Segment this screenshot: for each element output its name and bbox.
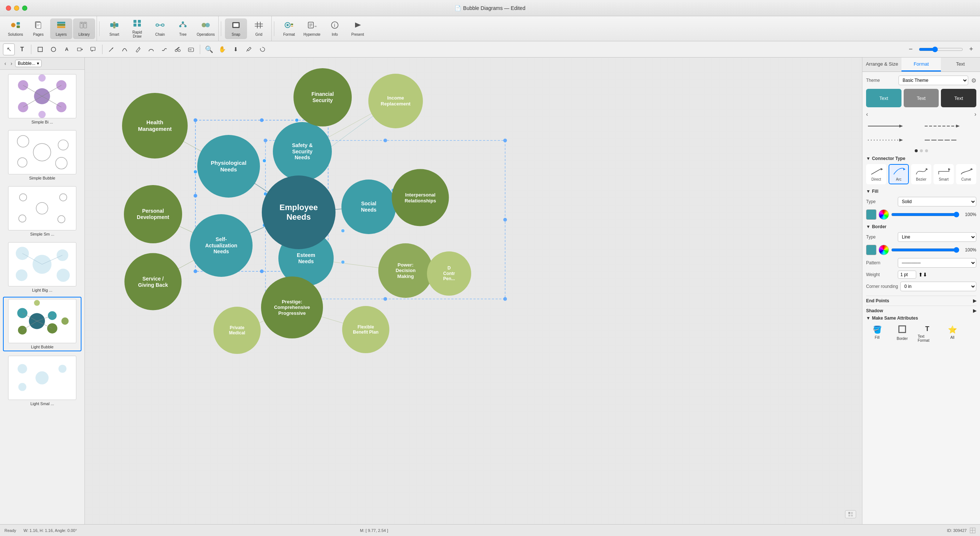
bubble-private-medical[interactable]: Private Medical xyxy=(213,307,261,354)
freehand-tool[interactable] xyxy=(159,43,170,55)
border-type-select[interactable]: Line xyxy=(898,232,976,242)
bubble-flexible[interactable]: Flexible Benefit Plan xyxy=(342,306,389,353)
rapid-draw-button[interactable]: Rapid Draw xyxy=(126,18,148,39)
bubble-financial[interactable]: Financial Security xyxy=(293,68,352,126)
bubble-dc-contrib[interactable]: D Contr Pen... xyxy=(427,251,471,296)
canvas-area[interactable]: Employee Needs Physiological Needs Safet… xyxy=(85,57,862,524)
select-tool[interactable]: ↖ xyxy=(3,43,15,55)
conn-line-dash[interactable] xyxy=(923,121,977,132)
theme-select[interactable]: Basic Theme xyxy=(899,76,968,85)
border-weight-stepper[interactable]: ⬆⬇ xyxy=(918,272,927,278)
pages-button[interactable]: Pages xyxy=(27,18,49,39)
hypernote-button[interactable]: ∞ Hypernote xyxy=(301,18,323,39)
tree-button[interactable]: Tree xyxy=(172,18,194,39)
bezier-tool[interactable] xyxy=(145,43,157,55)
close-button[interactable] xyxy=(6,6,11,11)
arc-tool[interactable] xyxy=(119,43,130,55)
pen-tool[interactable] xyxy=(132,43,144,55)
bubble-physiological[interactable]: Physiological Needs xyxy=(197,135,260,197)
smart-button[interactable]: Smart xyxy=(103,18,126,39)
connector-next-arrow[interactable]: › xyxy=(974,111,976,118)
eyedropper-tool[interactable] xyxy=(243,43,255,55)
template-light-smal[interactable]: Light Smal ... xyxy=(3,354,81,407)
border-header[interactable]: ▼ Border xyxy=(866,224,976,229)
bubble-health[interactable]: Health Management xyxy=(122,93,188,159)
info-button[interactable]: i Info xyxy=(324,18,346,39)
tab-arrange-size[interactable]: Arrange & Size xyxy=(862,57,902,72)
text-style-gray[interactable]: Text xyxy=(904,89,939,107)
solutions-button[interactable]: Solutions xyxy=(5,18,27,39)
zoom-in-button[interactable]: + xyxy=(965,43,977,55)
conn-line-solid[interactable] xyxy=(866,121,920,132)
conn-line-long-dash[interactable] xyxy=(923,135,977,146)
make-same-text-format[interactable]: T Text Format xyxy=(916,324,938,344)
make-same-border[interactable]: Border xyxy=(891,324,913,344)
scissors-tool[interactable] xyxy=(172,43,184,55)
lasso-tool[interactable] xyxy=(256,43,268,55)
maximize-button[interactable] xyxy=(22,6,27,11)
bubble-power[interactable]: Power: Decision Making xyxy=(378,243,433,298)
rect-tool[interactable] xyxy=(34,43,46,55)
bubble-safety[interactable]: Safety & Security Needs xyxy=(273,122,332,181)
stamp-tool[interactable]: ⬇ xyxy=(230,43,242,55)
pag-dot-1[interactable] xyxy=(915,149,918,152)
corner-rounding-select[interactable]: 0 in xyxy=(900,282,976,291)
callout-tool[interactable] xyxy=(88,43,99,55)
panel-back-arrow[interactable]: ‹ xyxy=(3,60,8,67)
border-opacity-slider[interactable] xyxy=(891,247,959,253)
bubble-personal[interactable]: Personal Development xyxy=(124,185,182,243)
ellipse-tool[interactable] xyxy=(48,43,59,55)
operations-button[interactable]: Operations xyxy=(195,18,217,39)
template-simple-bi[interactable]: Simple Bi ... xyxy=(3,73,81,126)
template-simple-sm[interactable]: Simple Sm ... xyxy=(3,184,81,238)
make-same-fill[interactable]: 🪣 Fill xyxy=(866,324,888,344)
template-simple-bubble[interactable]: Simple Bubble xyxy=(3,129,81,182)
panel-dropdown[interactable]: Bubble... ▾ xyxy=(15,60,41,67)
snap-button[interactable]: Snap xyxy=(225,18,247,39)
fill-color-swatch[interactable] xyxy=(866,209,877,220)
zoom-out-tool[interactable]: 🔍 xyxy=(203,43,215,55)
bubble-social[interactable]: Social Needs xyxy=(341,180,396,234)
shadow-section[interactable]: Shadow ▶ xyxy=(866,305,976,316)
connector-prev-arrow[interactable]: ‹ xyxy=(866,111,868,118)
theme-settings-button[interactable]: ⚙ xyxy=(971,77,976,84)
pag-dot-2[interactable] xyxy=(920,149,923,152)
bubble-prestige[interactable]: Prestige: Comprehensive Progressive xyxy=(261,277,323,339)
zoom-slider[interactable] xyxy=(919,46,963,52)
arrow-tool[interactable] xyxy=(105,43,117,55)
minimize-button[interactable] xyxy=(14,6,19,11)
fill-opacity-slider[interactable] xyxy=(891,212,959,218)
border-weight-input[interactable] xyxy=(898,270,916,279)
make-same-header[interactable]: ▼ Make Same Attributes xyxy=(866,316,976,321)
fill-type-select[interactable]: Solid xyxy=(898,197,976,207)
label-tool[interactable] xyxy=(74,43,86,55)
conn-line-dot[interactable] xyxy=(866,135,920,146)
library-button[interactable]: Library xyxy=(73,18,95,39)
grid-button[interactable]: Grid xyxy=(248,18,270,39)
border-color-swatch[interactable] xyxy=(866,245,877,255)
text-style-teal[interactable]: Text xyxy=(866,89,902,107)
text-box-tool[interactable]: A xyxy=(61,43,73,55)
format-button[interactable]: Format xyxy=(278,18,300,39)
border-pattern-select[interactable]: ────── xyxy=(898,258,976,268)
bubble-service[interactable]: Service / Giving Back xyxy=(125,253,182,310)
bubble-income[interactable]: Income Replacement xyxy=(368,74,423,128)
conn-smart[interactable]: Smart xyxy=(934,164,954,184)
layers-button[interactable]: Layers xyxy=(50,18,72,39)
text-tool[interactable]: T xyxy=(16,43,28,55)
bubble-interpersonal[interactable]: Interpersonal Relationships xyxy=(392,169,449,226)
present-button[interactable]: Present xyxy=(347,18,369,39)
zoom-out-button[interactable]: − xyxy=(905,43,916,55)
text-style-dark[interactable]: Text xyxy=(941,89,976,107)
pag-dot-3[interactable] xyxy=(925,149,928,152)
bubble-employee-needs[interactable]: Employee Needs xyxy=(262,175,336,249)
fill-header[interactable]: ▼ Fill xyxy=(866,189,976,194)
tab-format[interactable]: Format xyxy=(902,57,940,72)
action-tool[interactable] xyxy=(185,43,197,55)
end-points-section[interactable]: End Points ▶ xyxy=(866,296,976,305)
pan-tool[interactable]: ✋ xyxy=(216,43,228,55)
make-same-all[interactable]: ⭐ All xyxy=(941,324,963,344)
conn-curve[interactable]: Curve xyxy=(956,164,976,184)
chain-button[interactable]: Chain xyxy=(149,18,171,39)
template-light-big[interactable]: Light Big ... xyxy=(3,241,81,294)
